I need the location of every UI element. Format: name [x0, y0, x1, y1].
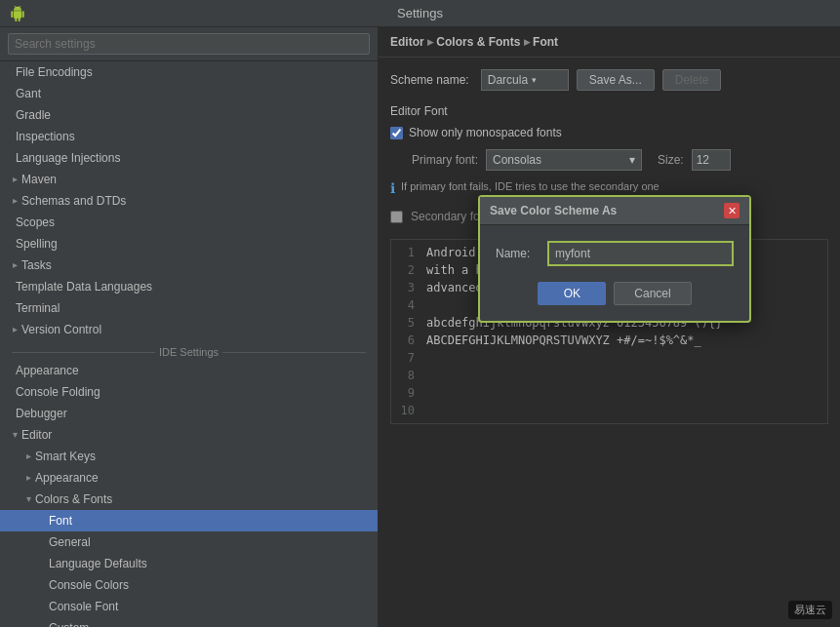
smart-keys-arrow	[21, 448, 35, 465]
breadcrumb-font: Font	[533, 35, 558, 49]
ide-settings-divider: IDE Settings	[0, 340, 378, 360]
window-title: Settings	[397, 6, 443, 20]
line-num-10: 10	[395, 402, 415, 419]
info-text: If primary font fails, IDE tries to use …	[401, 180, 660, 192]
monospaced-checkbox-row: Show only monospaced fonts	[390, 126, 828, 139]
breadcrumb-colors-fonts: Colors & Fonts	[436, 35, 520, 49]
secondary-checkbox[interactable]	[390, 211, 403, 223]
vc-arrow	[8, 321, 21, 338]
sidebar-item-version-control[interactable]: Version Control	[0, 319, 378, 340]
sidebar-item-console-font[interactable]: Console Font	[0, 596, 378, 617]
dialog-name-label: Name:	[496, 247, 540, 260]
sidebar-item-general[interactable]: General	[0, 531, 378, 553]
sidebar-item-language-defaults[interactable]: Language Defaults	[0, 553, 378, 574]
sidebar-item-console-colors[interactable]: Console Colors	[0, 574, 378, 596]
monospaced-label[interactable]: Show only monospaced fonts	[409, 126, 562, 139]
content-body: Scheme name: Darcula ▾ Save As... Delete…	[379, 58, 840, 627]
search-input[interactable]	[8, 33, 370, 55]
sidebar-item-font[interactable]: Font	[0, 510, 378, 531]
line-num-2: 2	[395, 261, 415, 279]
sidebar-item-language-injections[interactable]: Language Injections	[0, 147, 378, 169]
sidebar-item-spelling[interactable]: Spelling	[0, 233, 378, 255]
scheme-dropdown[interactable]: Darcula ▾	[481, 69, 569, 91]
sidebar-item-inspections[interactable]: Inspections	[0, 126, 378, 147]
primary-font-row: Primary font: Consolas ▾ Size:	[390, 149, 828, 171]
sidebar-item-schemas[interactable]: Schemas and DTDs	[0, 190, 378, 212]
dialog-ok-button[interactable]: OK	[538, 282, 606, 305]
sidebar-item-tasks[interactable]: Tasks	[0, 255, 378, 276]
editor-font-section-title: Editor Font	[390, 104, 828, 118]
sidebar-item-gant[interactable]: Gant	[0, 83, 378, 104]
dialog-content: Name: OK Cancel	[480, 225, 749, 321]
sidebar-item-maven[interactable]: Maven	[0, 169, 378, 190]
search-box[interactable]	[0, 27, 378, 61]
colors-fonts-arrow	[21, 490, 35, 508]
sidebar-item-editor[interactable]: Editor	[0, 424, 378, 446]
content-panel: Editor ▸ Colors & Fonts ▸ Font Scheme na…	[379, 27, 840, 627]
sidebar-item-console-folding[interactable]: Console Folding	[0, 381, 378, 403]
sidebar-item-scopes[interactable]: Scopes	[0, 212, 378, 233]
dialog-field-row: Name:	[496, 241, 734, 266]
primary-font-value: Consolas	[493, 153, 541, 167]
watermark-text: 易速云	[794, 604, 826, 615]
sidebar-item-debugger[interactable]: Debugger	[0, 403, 378, 424]
line-num-3: 3	[395, 279, 415, 296]
preview-line-9: 9	[395, 384, 823, 402]
breadcrumb: Editor ▸ Colors & Fonts ▸ Font	[379, 27, 840, 58]
line-num-8: 8	[395, 367, 415, 384]
sidebar-item-appearance[interactable]: Appearance	[0, 360, 378, 381]
size-input[interactable]	[692, 149, 731, 171]
line-num-9: 9	[395, 384, 415, 402]
delete-button[interactable]: Delete	[662, 69, 722, 91]
sidebar-item-smart-keys[interactable]: Smart Keys	[0, 446, 378, 467]
scheme-label: Scheme name:	[390, 73, 469, 87]
info-icon: ℹ	[390, 180, 395, 196]
primary-font-dropdown[interactable]: Consolas ▾	[486, 149, 642, 171]
dialog-name-input[interactable]	[547, 241, 734, 266]
preview-line-8: 8	[395, 367, 823, 384]
primary-font-arrow: ▾	[629, 153, 635, 167]
code-text-6: ABCDEFGHIJKLMNOPQRSTUVWXYZ +#/=~!$%^&*_	[426, 332, 701, 349]
sidebar-item-appearance-sub[interactable]: Appearance	[0, 467, 378, 489]
breadcrumb-editor: Editor	[390, 35, 424, 49]
title-bar: Settings	[0, 0, 840, 27]
line-num-5: 5	[395, 314, 415, 332]
sidebar-item-template-langs[interactable]: Template Data Languages	[0, 276, 378, 297]
scheme-value: Darcula	[488, 73, 528, 87]
breadcrumb-sep-2: ▸	[524, 35, 533, 49]
tasks-arrow	[8, 256, 21, 274]
preview-line-6: 6 ABCDEFGHIJKLMNOPQRSTUVWXYZ +#/=~!$%^&*…	[395, 332, 823, 349]
watermark: 易速云	[788, 601, 832, 619]
dialog-title-text: Save Color Scheme As	[490, 204, 617, 217]
preview-line-10: 10	[395, 402, 823, 419]
scheme-row: Scheme name: Darcula ▾ Save As... Delete	[390, 69, 828, 91]
dialog-title-bar: Save Color Scheme As ✕	[480, 197, 749, 225]
dialog-buttons: OK Cancel	[496, 282, 734, 305]
info-row: ℹ If primary font fails, IDE tries to us…	[390, 180, 828, 196]
line-num-1: 1	[395, 244, 415, 261]
save-as-button[interactable]: Save As...	[577, 69, 655, 91]
line-num-4: 4	[395, 296, 415, 314]
sidebar-item-gradle[interactable]: Gradle	[0, 104, 378, 126]
size-label: Size:	[658, 153, 684, 167]
appearance-sub-arrow	[21, 469, 35, 487]
editor-arrow	[8, 426, 21, 444]
preview-line-7: 7	[395, 349, 823, 367]
maven-arrow	[8, 171, 21, 188]
android-icon	[10, 6, 25, 21]
main-layout: File Encodings Gant Gradle Inspections L…	[0, 27, 840, 627]
line-num-6: 6	[395, 332, 415, 349]
primary-font-label: Primary font:	[390, 153, 478, 167]
breadcrumb-sep-1: ▸	[427, 35, 436, 49]
monospaced-checkbox[interactable]	[390, 127, 403, 139]
sidebar-item-terminal[interactable]: Terminal	[0, 297, 378, 319]
sidebar-item-colors-fonts[interactable]: Colors & Fonts	[0, 489, 378, 510]
sidebar-item-file-encodings[interactable]: File Encodings	[0, 61, 378, 83]
dialog-close-button[interactable]: ✕	[724, 203, 740, 218]
dialog-cancel-button[interactable]: Cancel	[614, 282, 691, 305]
sidebar: File Encodings Gant Gradle Inspections L…	[0, 27, 379, 627]
scheme-dropdown-arrow: ▾	[532, 75, 537, 85]
save-color-scheme-dialog: Save Color Scheme As ✕ Name: OK Cancel	[478, 195, 751, 323]
line-num-7: 7	[395, 349, 415, 367]
sidebar-item-custom[interactable]: Custom	[0, 617, 378, 627]
